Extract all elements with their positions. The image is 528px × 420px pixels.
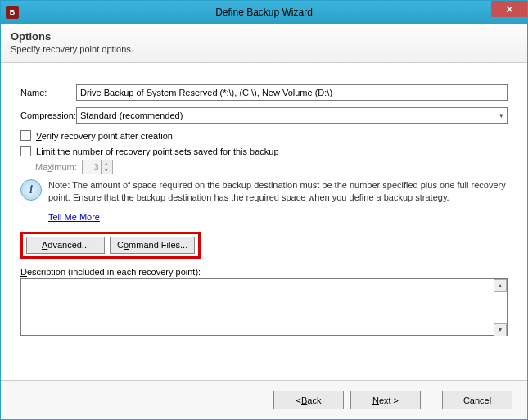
scroll-down-icon[interactable]: ▾ (494, 323, 507, 336)
window-title: Define Backup Wizard (1, 7, 527, 18)
maximum-value: 3 (83, 162, 101, 172)
content-area: Name: Compression: Standard (recommended… (1, 63, 527, 337)
name-label: Name: (20, 88, 76, 97)
chevron-down-icon[interactable]: ▾ (101, 167, 112, 174)
description-wrap: ▴ ▾ (20, 278, 508, 337)
note-row: i Note: The amount of space required on … (20, 179, 508, 204)
scroll-up-icon[interactable]: ▴ (494, 279, 507, 292)
wizard-window: B Define Backup Wizard ✕ Options Specify… (0, 0, 528, 420)
header-strip: Options Specify recovery point options. (1, 24, 527, 63)
note-text: Note: The amount of space required on th… (48, 179, 508, 204)
advanced-button-row: Advanced... Command Files... (20, 232, 508, 259)
back-button[interactable]: < Back (273, 391, 344, 409)
maximum-label: Maximum: (35, 162, 77, 172)
limit-checkbox[interactable] (20, 146, 31, 156)
description-textarea[interactable] (20, 278, 508, 336)
maximum-row: Maximum: 3 ▴ ▾ (35, 160, 508, 174)
compression-label: Compression: (20, 111, 76, 120)
name-input[interactable] (76, 84, 508, 101)
highlight-annotation: Advanced... Command Files... (20, 232, 201, 259)
cancel-button[interactable]: Cancel (442, 391, 512, 409)
limit-label: Limit the number of recovery point sets … (36, 147, 279, 156)
tell-me-more-link[interactable]: Tell Me More (48, 212, 100, 222)
verify-checkbox[interactable] (20, 130, 31, 141)
verify-label: Verify recovery point after creation (36, 131, 173, 141)
advanced-button[interactable]: Advanced... (26, 237, 105, 254)
compression-select[interactable]: Standard (recommended) ▾ (76, 107, 508, 124)
chevron-down-icon: ▾ (499, 111, 503, 120)
footer: < Back Next > Cancel (1, 380, 527, 419)
next-button[interactable]: Next > (350, 391, 421, 409)
compression-row: Compression: Standard (recommended) ▾ (20, 107, 508, 124)
spinner-buttons[interactable]: ▴ ▾ (101, 160, 112, 174)
compression-value: Standard (recommended) (80, 111, 183, 120)
description-label: Description (included in each recovery p… (20, 267, 508, 277)
limit-row: Limit the number of recovery point sets … (20, 146, 508, 156)
maximum-spinner[interactable]: 3 ▴ ▾ (82, 160, 113, 174)
name-row: Name: (20, 84, 508, 101)
page-subtitle: Specify recovery point options. (11, 44, 517, 54)
command-files-button[interactable]: Command Files... (110, 237, 195, 254)
verify-row: Verify recovery point after creation (20, 130, 508, 141)
chevron-up-icon[interactable]: ▴ (101, 160, 112, 167)
titlebar: B Define Backup Wizard ✕ (1, 1, 527, 24)
page-title: Options (11, 30, 517, 43)
info-icon: i (20, 179, 42, 201)
